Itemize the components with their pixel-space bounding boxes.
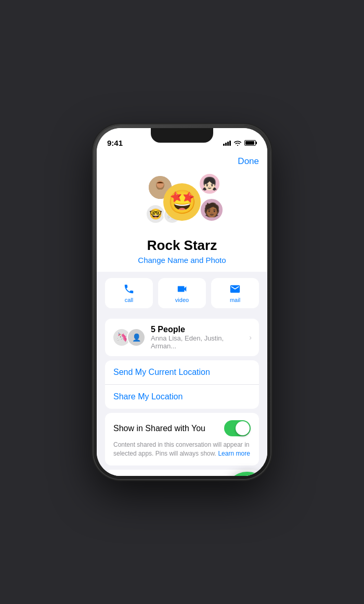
signal-bar-2: [225, 143, 227, 146]
signal-bar-1: [223, 144, 225, 146]
signal-bars: [223, 140, 231, 146]
notch: [151, 128, 213, 143]
avatar-glasses: 🤓: [146, 204, 165, 224]
avatar-pink-hair: 👧🏻: [199, 173, 220, 195]
avatar-star-eyes: 🤩: [163, 183, 201, 221]
phone-icon: [123, 283, 135, 295]
avatar-sunglasses: 🧑🏾: [200, 198, 224, 222]
group-header: 🤓 🦄 🤩: [97, 167, 267, 272]
send-location-item[interactable]: Send My Current Location: [105, 360, 259, 385]
battery-icon: [244, 140, 257, 146]
call-button[interactable]: call: [105, 278, 153, 308]
shared-with-you-row: Show in Shared with You: [113, 420, 251, 436]
status-time: 9:41: [107, 139, 123, 147]
content-scroll[interactable]: Done: [97, 151, 267, 476]
header-area: Done: [97, 151, 267, 272]
large-toggle-inner: [227, 474, 267, 476]
wifi-icon: [233, 140, 242, 146]
shared-with-you-section: Show in Shared with You Content shared i…: [105, 413, 259, 465]
group-name: Rock Starz: [147, 237, 217, 254]
video-icon: [176, 283, 188, 295]
people-info: 5 People Anna Lisa, Eden, Justin, Arman.…: [151, 325, 244, 350]
mail-label: mail: [230, 297, 240, 303]
change-name-link[interactable]: Change Name and Photo: [138, 256, 226, 265]
toggle-knob: [236, 421, 250, 435]
phone-device: 9:41: [94, 125, 270, 479]
shared-with-you-label: Show in Shared with You: [113, 424, 205, 433]
video-label: video: [175, 297, 189, 303]
send-location-label: Send My Current Location: [113, 368, 210, 376]
done-button[interactable]: Done: [238, 156, 259, 167]
mail-button[interactable]: mail: [211, 278, 259, 308]
shared-with-you-toggle[interactable]: [224, 420, 251, 436]
header: Done: [97, 151, 267, 167]
learn-more-link[interactable]: Learn more: [218, 450, 250, 457]
people-card[interactable]: 🦄 👤 5 People Anna Lisa, Eden, Justin, Ar…: [105, 319, 259, 356]
location-section: Send My Current Location Share My Locati…: [105, 360, 259, 409]
share-location-item[interactable]: Share My Location: [105, 385, 259, 409]
mail-icon: [229, 283, 241, 295]
share-location-label: Share My Location: [113, 392, 183, 401]
action-buttons-row: call video mail: [97, 272, 267, 314]
video-button[interactable]: video: [158, 278, 206, 308]
call-label: call: [125, 297, 134, 303]
people-avatars: 🦄 👤: [112, 328, 146, 347]
people-count: 5 People: [151, 325, 244, 334]
people-row: 🦄 👤 5 People Anna Lisa, Eden, Justin, Ar…: [105, 319, 259, 356]
signal-bar-3: [227, 142, 229, 146]
status-icons: [223, 140, 257, 146]
content-background: Done: [97, 151, 267, 476]
people-names: Anna Lisa, Eden, Justin, Arman...: [151, 334, 244, 350]
hide-alerts-toggle-large[interactable]: [225, 472, 267, 476]
phone-screen: 9:41: [97, 128, 267, 476]
avatars-cluster: 🤓 🦄 🤩: [135, 171, 229, 233]
phone-frame: 9:41: [94, 125, 270, 479]
people-avatar-2: 👤: [127, 328, 146, 347]
shared-with-you-description: Content shared in this conversation will…: [113, 441, 251, 458]
signal-bar-4: [229, 141, 231, 146]
hide-alerts-section: Hide Alerts: [105, 470, 259, 476]
status-bar: 9:41: [97, 128, 267, 151]
chevron-right-icon: ›: [249, 333, 252, 342]
